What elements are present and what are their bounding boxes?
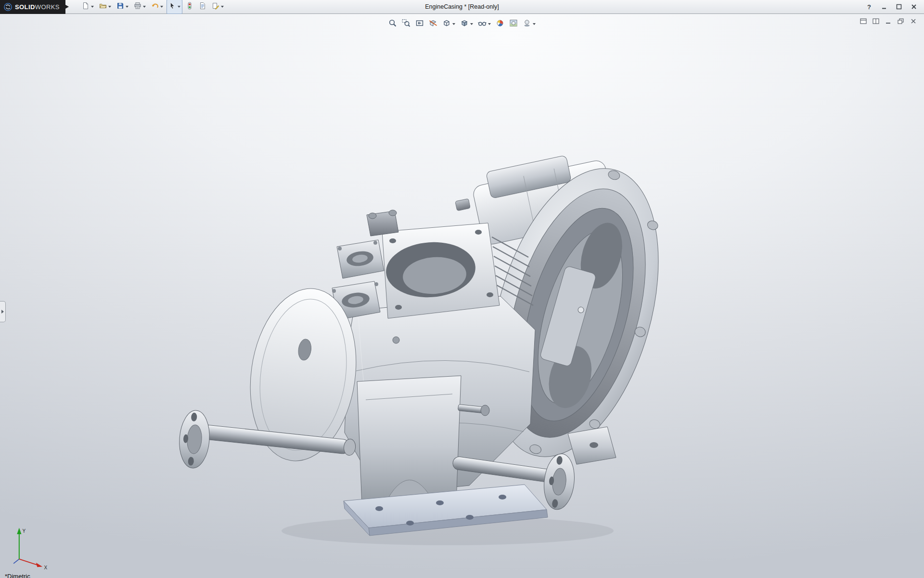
hide-show-glasses-icon <box>478 19 487 29</box>
options-pencil-icon <box>212 2 219 12</box>
y-axis-label: Y <box>23 528 26 534</box>
dassault-3ds-icon <box>4 3 12 11</box>
restore-icon <box>898 18 904 24</box>
help-icon: ? <box>867 3 871 11</box>
solidworks-window: SOLIDWORKS <box>0 0 924 578</box>
view-settings-button[interactable] <box>521 17 538 31</box>
chevron-down-icon[interactable] <box>470 23 473 25</box>
apply-scene-icon <box>509 19 518 29</box>
display-style-cube-icon <box>460 19 469 29</box>
zoom-to-fit-icon <box>388 19 397 29</box>
zoom-to-area-button[interactable] <box>400 17 412 31</box>
rebuild-traffic-light-icon <box>186 2 193 12</box>
chevron-down-icon[interactable] <box>91 6 94 8</box>
doc-pane-a-button[interactable] <box>859 17 867 25</box>
doc-minimize-button[interactable] <box>884 17 892 25</box>
options-button[interactable] <box>210 0 226 14</box>
select-button[interactable] <box>167 0 182 14</box>
display-style-button[interactable] <box>458 17 475 31</box>
titlebar: SOLIDWORKS <box>0 0 924 14</box>
engine-casing-model[interactable] <box>0 14 924 578</box>
window-pane-icon <box>860 18 867 24</box>
doc-pane-b-button[interactable] <box>872 17 880 25</box>
file-properties-button[interactable] <box>197 0 208 14</box>
print-button[interactable] <box>132 0 148 14</box>
appearance-ball-icon <box>496 19 504 29</box>
save-floppy-icon <box>116 2 124 12</box>
view-settings-icon <box>523 19 531 29</box>
minimize-button[interactable] <box>880 2 888 11</box>
zoom-to-area-icon <box>402 19 411 29</box>
chevron-down-icon[interactable] <box>533 23 536 25</box>
brand-text: SOLIDWORKS <box>15 3 60 11</box>
previous-view-icon <box>415 19 424 29</box>
document-window-controls <box>859 17 917 25</box>
doc-close-button[interactable] <box>909 17 917 25</box>
featuremanager-flyout-tab[interactable] <box>0 301 6 322</box>
close-button[interactable] <box>910 2 918 11</box>
x-axis-label: X <box>44 565 48 570</box>
chevron-down-icon[interactable] <box>178 6 180 8</box>
maximize-button[interactable] <box>895 2 903 11</box>
open-folder-icon <box>99 2 107 12</box>
chevron-down-icon[interactable] <box>143 6 146 8</box>
hide-show-items-button[interactable] <box>476 17 493 31</box>
chevron-down-icon[interactable] <box>452 23 455 25</box>
window-split-icon <box>873 18 879 24</box>
section-view-icon <box>429 19 437 29</box>
help-button[interactable]: ? <box>865 2 873 11</box>
new-document-icon <box>82 2 90 12</box>
section-view-button[interactable] <box>427 17 439 31</box>
printer-icon <box>134 2 141 12</box>
heads-up-view-toolbar <box>386 17 538 31</box>
window-controls: ? <box>865 2 924 11</box>
solidworks-logo: SOLIDWORKS <box>0 0 65 14</box>
document-title: EngineCasing * [Read-only] <box>425 0 499 14</box>
file-properties-icon <box>199 2 206 12</box>
view-orientation-button[interactable] <box>440 17 457 31</box>
chevron-down-icon[interactable] <box>488 23 491 25</box>
view-orientation-cube-icon <box>442 19 451 29</box>
graphics-area[interactable]: Y X *Dimetric <box>0 14 924 578</box>
view-orientation-label: *Dimetric <box>5 573 30 578</box>
apply-scene-button[interactable] <box>507 17 520 31</box>
chevron-down-icon[interactable] <box>160 6 163 8</box>
undo-button[interactable] <box>149 0 165 14</box>
minimize-icon <box>885 18 892 24</box>
chevron-down-icon[interactable] <box>108 6 111 8</box>
previous-view-button[interactable] <box>413 17 426 31</box>
close-icon <box>911 4 917 10</box>
close-icon <box>910 18 917 24</box>
select-cursor-icon <box>168 2 176 12</box>
quick-access-toolbar <box>80 0 226 14</box>
zoom-to-fit-button[interactable] <box>386 17 399 31</box>
save-button[interactable] <box>115 0 130 14</box>
edit-appearance-button[interactable] <box>494 17 506 31</box>
chevron-down-icon[interactable] <box>221 6 224 8</box>
minimize-icon <box>881 4 887 10</box>
maximize-icon <box>896 4 902 10</box>
new-button[interactable] <box>80 0 96 14</box>
orientation-triad: Y X <box>9 522 53 570</box>
chevron-down-icon[interactable] <box>126 6 128 8</box>
open-button[interactable] <box>97 0 113 14</box>
rebuild-button[interactable] <box>184 0 195 14</box>
undo-arrow-icon <box>151 2 159 12</box>
doc-restore-button[interactable] <box>897 17 905 25</box>
